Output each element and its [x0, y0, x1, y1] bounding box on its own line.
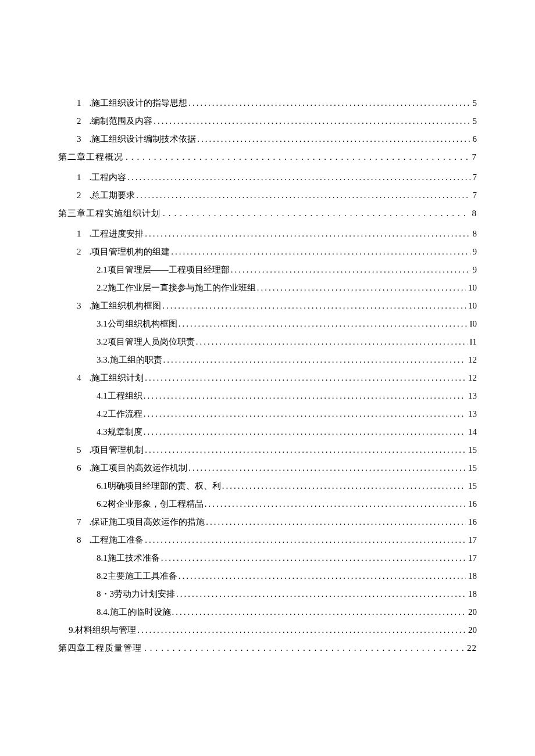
toc-entry-title: 劳动力计划安排: [114, 589, 175, 600]
toc-entry-number: 4.3: [97, 427, 108, 437]
toc-entry-page: 10: [468, 301, 477, 311]
toc-leader-dots: [205, 499, 466, 509]
toc-leader-dots: [137, 625, 466, 635]
toc-entry-page: 15: [468, 463, 477, 473]
toc-entry-title: .施工组织设计的指导思想: [90, 98, 188, 109]
toc-leader-dots: [145, 229, 470, 239]
toc-entry-number: 7: [77, 517, 81, 527]
toc-entry-page: I1: [470, 337, 477, 347]
toc-entry-number: 3: [77, 134, 81, 144]
toc-entry-number: 8.2: [97, 571, 108, 581]
toc-entry-title: 工作流程: [108, 409, 142, 420]
toc-entry: 2.编制范围及内容5: [77, 116, 477, 127]
toc-leader-dots: [231, 265, 470, 275]
toc-entry: 2.2 施工作业层一直接参与施工的作业班组10: [97, 282, 477, 293]
toc-entry-page: 20: [468, 625, 477, 635]
toc-leader-dots: [196, 337, 468, 347]
toc-entry: 8.1 施工技术准备17: [97, 553, 477, 564]
toc-entry-title: .总工期要求: [90, 190, 135, 201]
toc-entry-title: 明确项目经理部的责、权、利: [108, 481, 221, 492]
toc-leader-dots: [179, 571, 466, 581]
toc-entry-title: 主要施工工具准备: [108, 571, 177, 582]
toc-leader-dots: [257, 283, 466, 293]
toc-entry: 第二章工程概况7: [58, 152, 477, 163]
toc-leader-dots: [222, 481, 466, 491]
toc-entry: 3.施工组织机构框图10: [77, 300, 477, 311]
toc-entry-page: 7: [473, 191, 477, 200]
toc-entry-page: 8: [472, 209, 477, 218]
toc-entry-number: 8・3: [97, 589, 114, 600]
table-of-contents: 1.施工组织设计的指导思想52.编制范围及内容53.施工组织设计编制技术依据6第…: [58, 98, 477, 654]
toc-entry-number: 2.2: [97, 283, 108, 293]
toc-entry-number: 6.2: [97, 499, 108, 509]
toc-entry-page: 5: [473, 116, 477, 126]
toc-entry-number: 2.1: [97, 265, 108, 275]
toc-entry-page: 14: [468, 427, 477, 437]
toc-entry-page: 12: [468, 373, 477, 383]
toc-entry-number: 4: [77, 373, 81, 383]
toc-entry-page: I0: [470, 319, 477, 329]
toc-entry-page: 15: [468, 445, 477, 455]
toc-entry-number: 3.1: [97, 319, 108, 329]
toc-leader-dots: [162, 301, 466, 311]
toc-entry-number: 2: [77, 247, 81, 257]
toc-entry-number: 6: [77, 463, 81, 473]
toc-entry-title: .施工项目的高效运作机制: [90, 463, 188, 474]
toc-entry: 3.3 .施工组的职责12: [97, 354, 477, 366]
toc-leader-dots: [144, 391, 466, 401]
toc-entry-title: .工程进度安排: [90, 228, 144, 239]
toc-entry-title: 材料组织与管理: [75, 625, 136, 636]
toc-leader-dots: [145, 535, 466, 545]
toc-leader-dots: [176, 589, 466, 599]
toc-entry-page: 7: [472, 152, 477, 162]
toc-entry-number: 4.1: [97, 391, 108, 401]
toc-leader-dots: [206, 517, 466, 527]
toc-entry-number: 5: [77, 445, 81, 455]
toc-leader-dots: [172, 607, 466, 617]
toc-entry-page: 6: [473, 134, 477, 144]
toc-entry-title: 第二章工程概况: [58, 152, 123, 163]
toc-leader-dots: [144, 427, 466, 437]
toc-entry-title: 第四章工程质量管理: [58, 643, 142, 654]
toc-leader-dots: [127, 173, 470, 182]
toc-leader-dots: [144, 409, 466, 419]
toc-entry-title: 施工技术准备: [108, 553, 160, 564]
toc-entry-title: .施工组织机构框图: [90, 300, 162, 311]
toc-entry-number: 4.2: [97, 409, 108, 419]
toc-entry-page: 22: [467, 643, 477, 653]
toc-leader-dots: [197, 134, 470, 144]
toc-leader-dots: [163, 355, 466, 365]
toc-entry: 5.项目管理机制15: [77, 445, 477, 456]
toc-entry-title: 第三章工程实施组织计划: [58, 208, 160, 219]
toc-entry: 第三章工程实施组织计划8: [58, 208, 477, 219]
toc-leader-dots: [145, 445, 466, 455]
toc-entry-title: .施工组织计划: [90, 372, 144, 384]
toc-leader-dots: [144, 643, 463, 653]
toc-entry-page: 16: [468, 499, 477, 509]
toc-entry-number: 8.1: [97, 553, 108, 563]
toc-leader-dots: [136, 191, 470, 200]
toc-entry: 2.总工期要求7: [77, 190, 477, 201]
toc-entry-title: 公司组织机构框图: [108, 318, 177, 329]
toc-entry-page: 20: [468, 607, 477, 617]
toc-entry-page: 8: [473, 229, 477, 239]
toc-entry: 1.工程内容7: [77, 172, 477, 183]
toc-entry-title: 项目管理层——工程项目经理部: [108, 264, 230, 275]
toc-entry-page: 16: [468, 517, 477, 527]
toc-leader-dots: [126, 152, 469, 162]
toc-leader-dots: [145, 373, 466, 383]
toc-entry-page: 17: [468, 535, 477, 545]
toc-entry-title: .编制范围及内容: [90, 116, 153, 127]
toc-entry-number: 9.: [69, 625, 75, 635]
toc-entry-number: 3.2: [97, 337, 108, 347]
toc-entry-number: 1: [77, 98, 81, 108]
toc-leader-dots: [179, 319, 468, 329]
toc-entry: 4.1 工程组织13: [97, 390, 477, 402]
toc-entry-page: 10: [468, 283, 477, 293]
toc-entry-page: 18: [468, 571, 477, 581]
toc-entry: 6.2 树企业形象，创工程精品16: [97, 499, 477, 510]
toc-entry-number: 2: [77, 116, 81, 126]
toc-entry-title: 树企业形象，创工程精品: [108, 499, 204, 510]
toc-entry: 8.4.施工的临时设施20: [97, 607, 477, 618]
toc-entry: 6.1 明确项目经理部的责、权、利15: [97, 481, 477, 492]
